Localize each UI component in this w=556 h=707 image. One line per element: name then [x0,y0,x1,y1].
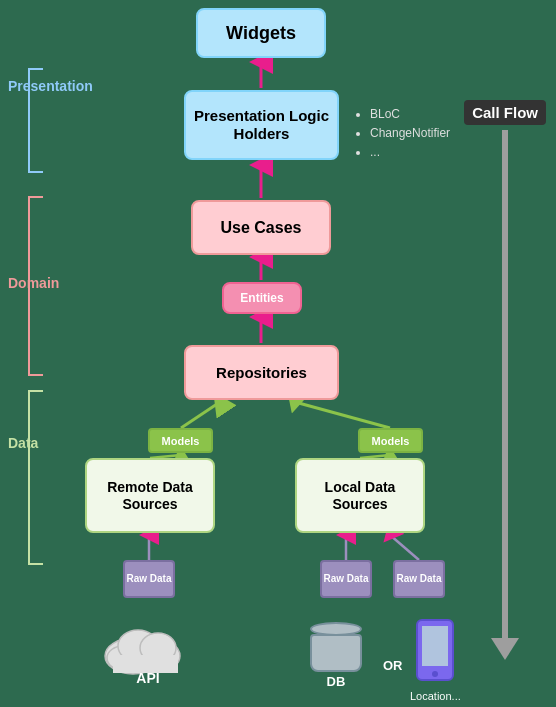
db-body [310,634,362,672]
arrow-shaft [502,130,508,638]
db-label: DB [327,674,346,689]
repositories-box: Repositories [184,345,339,400]
data-bracket [28,390,43,565]
entities-box: Entities [222,282,302,314]
widgets-label: Widgets [226,23,296,44]
domain-label: Domain [8,275,59,291]
rawdata-1-box: Raw Data [123,560,175,598]
widgets-box: Widgets [196,8,326,58]
usecases-box: Use Cases [191,200,331,255]
plh-label: Presentation Logic Holders [186,107,337,143]
svg-line-4 [181,402,220,428]
svg-rect-18 [422,626,448,666]
bullet-bloc: BLoC [370,105,450,124]
repositories-label: Repositories [216,364,307,381]
presentation-label: Presentation [8,78,93,94]
api-cloud: API [103,618,193,686]
models-left-label: Models [162,435,200,447]
location-label: Location... [410,690,461,702]
remote-datasources-box: Remote Data Sources [85,458,215,533]
svg-line-5 [295,402,390,428]
phone-icon [414,618,456,686]
local-datasources-label: Local Data Sources [297,479,423,513]
entities-label: Entities [240,291,283,305]
db-container: DB [310,620,362,689]
data-label: Data [8,435,38,451]
bullets-list: BLoC ChangeNotifier ... [352,105,450,163]
or-label: OR [383,658,403,673]
arrow-head [491,638,519,660]
usecases-label: Use Cases [221,219,302,237]
rawdata-2-box: Raw Data [320,560,372,598]
rawdata-3-label: Raw Data [396,573,441,585]
bullet-changenotifier: ChangeNotifier [370,124,450,143]
models-right-label: Models [372,435,410,447]
callflow-label: Call Flow [464,100,546,125]
diagram-container: Presentation Domain Data Widgets Present… [0,0,556,707]
remote-datasources-label: Remote Data Sources [87,479,213,513]
rawdata-3-box: Raw Data [393,560,445,598]
models-left-box: Models [148,428,213,453]
plh-box: Presentation Logic Holders [184,90,339,160]
callflow-container: Call Flow [464,100,546,660]
phone-container: Location... [410,618,461,702]
bullet-ellipsis: ... [370,143,450,162]
svg-line-10 [390,535,419,560]
rawdata-1-label: Raw Data [126,573,171,585]
models-right-box: Models [358,428,423,453]
rawdata-2-label: Raw Data [323,573,368,585]
callflow-arrow [491,130,519,660]
local-datasources-box: Local Data Sources [295,458,425,533]
svg-point-19 [432,671,438,677]
